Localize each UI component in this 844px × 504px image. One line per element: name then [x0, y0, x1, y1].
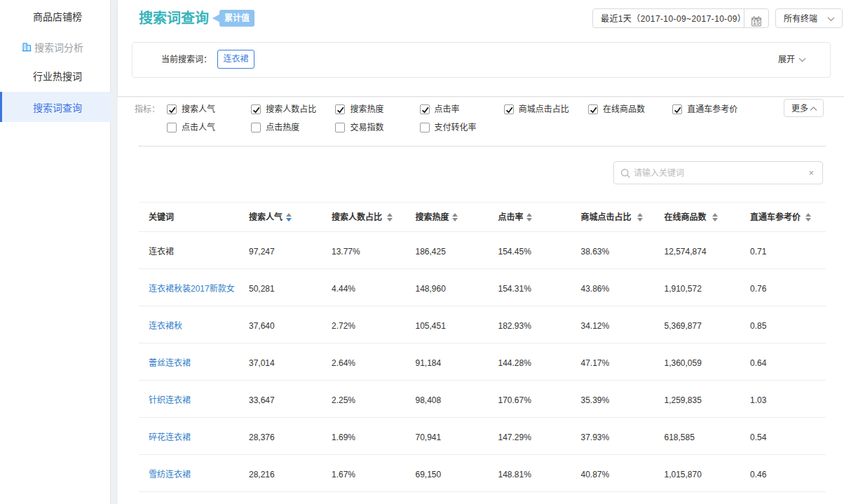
svg-text:15: 15 — [753, 19, 760, 26]
